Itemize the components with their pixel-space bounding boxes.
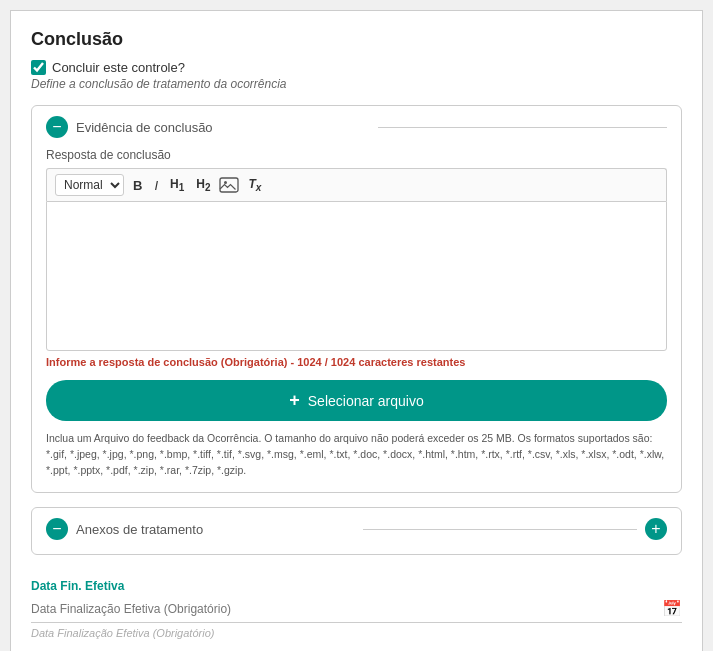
calendar-icon[interactable]: 📅 [662,599,682,618]
response-field-label: Resposta de conclusão [46,148,667,162]
conclude-checkbox[interactable] [31,60,46,75]
file-info-text: Inclua um Arquivo do feedback da Ocorrên… [46,431,667,478]
editor-hint: Informe a resposta de conclusão (Obrigat… [46,356,667,368]
evidence-section-card: − Evidência de conclusão Resposta de con… [31,105,682,493]
annex-section-header: − Anexos de tratamento + [32,508,681,550]
annex-add-button[interactable]: + [645,518,667,540]
italic-button[interactable]: I [151,177,161,194]
evidence-section-title: Evidência de conclusão [76,120,366,135]
editor-toolbar: Normal B I H1 H2 Tx [46,168,667,201]
date-input[interactable] [31,602,662,616]
page-container: Conclusão Concluir este controle? Define… [10,10,703,651]
evidence-section-header: − Evidência de conclusão [32,106,681,148]
select-file-button[interactable]: + Selecionar arquivo [46,380,667,421]
date-input-row: 📅 [31,599,682,623]
svg-point-1 [224,181,227,184]
response-editor[interactable] [46,201,667,351]
evidence-header-line [378,127,668,128]
conclude-label: Concluir este controle? [52,60,185,75]
date-field-label: Data Fin. Efetiva [31,579,682,593]
clear-format-button[interactable]: Tx [245,176,264,194]
annex-section-title: Anexos de tratamento [76,522,351,537]
annex-header-line [363,529,638,530]
page-title: Conclusão [31,29,682,50]
h1-button[interactable]: H1 [167,176,187,194]
h2-button[interactable]: H2 [193,176,213,194]
evidence-section-body: Resposta de conclusão Normal B I H1 H2 [32,148,681,478]
date-hint: Data Finalização Efetiva (Obrigatório) [31,627,682,639]
select-file-label: Selecionar arquivo [308,393,424,409]
svg-rect-0 [220,178,238,192]
date-section: Data Fin. Efetiva 📅 Data Finalização Efe… [31,569,682,651]
page-subtitle: Define a conclusão de tratamento da ocor… [31,77,682,91]
annex-section-card: − Anexos de tratamento + [31,507,682,555]
conclude-control-row: Concluir este controle? [31,60,682,75]
evidence-toggle-button[interactable]: − [46,116,68,138]
bold-button[interactable]: B [130,177,145,194]
annex-toggle-button[interactable]: − [46,518,68,540]
format-select[interactable]: Normal [55,174,124,196]
image-icon[interactable] [219,177,239,193]
select-file-plus-icon: + [289,390,300,411]
